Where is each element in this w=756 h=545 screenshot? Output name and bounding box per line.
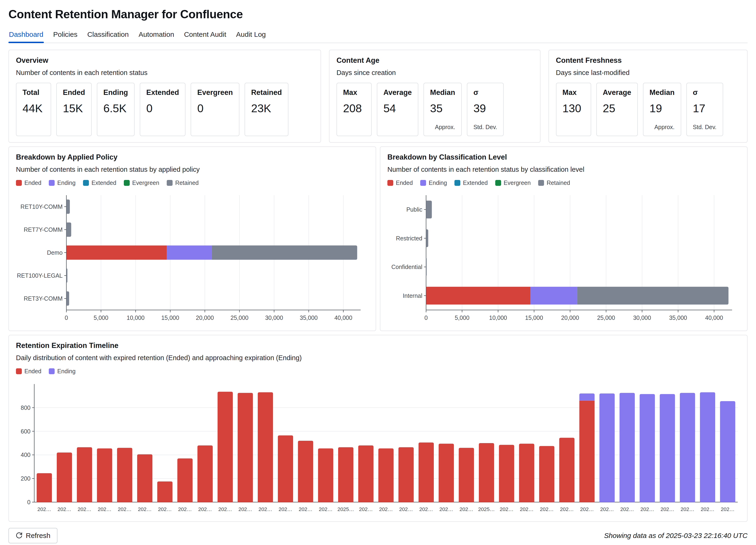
- stat-value: 39: [473, 102, 497, 115]
- svg-text:202…: 202…: [78, 506, 91, 512]
- overview-stats: Total 44K Ended 15K Ending 6.5K Extended…: [16, 83, 314, 136]
- svg-text:400: 400: [21, 451, 30, 458]
- stat-value: 54: [383, 102, 412, 115]
- svg-text:15,000: 15,000: [525, 314, 543, 321]
- svg-text:202…: 202…: [379, 506, 393, 512]
- legend-item-retained[interactable]: Retained: [167, 180, 199, 186]
- svg-text:200: 200: [21, 475, 30, 482]
- legend-item-ended[interactable]: Ended: [16, 180, 41, 186]
- svg-text:30,000: 30,000: [265, 314, 283, 321]
- tab-classification[interactable]: Classification: [87, 28, 129, 43]
- svg-text:35,000: 35,000: [669, 314, 687, 321]
- legend-item-ending[interactable]: Ending: [49, 368, 76, 375]
- stat-fresh-median: Median 19 Approx.: [643, 83, 681, 136]
- svg-text:0: 0: [65, 314, 68, 321]
- svg-text:202…: 202…: [701, 506, 714, 512]
- svg-text:30,000: 30,000: [633, 314, 651, 321]
- svg-text:2025…: 2025…: [478, 506, 495, 512]
- legend-label: Extended: [463, 180, 488, 186]
- legend-label: Evergreen: [504, 180, 531, 186]
- svg-text:RET3Y-COMM: RET3Y-COMM: [24, 295, 63, 302]
- svg-text:Restricted: Restricted: [396, 235, 422, 242]
- svg-text:202…: 202…: [158, 506, 172, 512]
- svg-text:202…: 202…: [419, 506, 433, 512]
- svg-text:202…: 202…: [560, 506, 574, 512]
- svg-text:202…: 202…: [680, 506, 694, 512]
- svg-text:Public: Public: [406, 206, 422, 213]
- svg-text:5,000: 5,000: [94, 314, 108, 321]
- stat-label: Average: [603, 88, 631, 97]
- stat-note: Std. Dev.: [693, 124, 717, 131]
- svg-text:202…: 202…: [279, 506, 292, 512]
- legend-item-ending[interactable]: Ending: [420, 180, 447, 186]
- svg-text:202…: 202…: [600, 506, 614, 512]
- tab-policies[interactable]: Policies: [53, 28, 78, 43]
- stat-value: 0: [197, 102, 233, 115]
- timeline-chart: 0200400600800202…202…202…202…202…202…202…: [16, 381, 740, 515]
- legend-label: Ending: [429, 180, 447, 186]
- stat-value: 23K: [251, 102, 282, 115]
- legend-item-evergreen[interactable]: Evergreen: [124, 180, 159, 186]
- svg-text:202…: 202…: [258, 506, 272, 512]
- svg-text:202…: 202…: [459, 506, 473, 512]
- svg-text:202…: 202…: [500, 506, 514, 512]
- legend-item-evergreen[interactable]: Evergreen: [495, 180, 531, 186]
- legend-item-extended[interactable]: Extended: [83, 180, 116, 186]
- svg-text:202…: 202…: [98, 506, 112, 512]
- tab-audit-log[interactable]: Audit Log: [236, 28, 266, 43]
- stat-label: Evergreen: [197, 88, 233, 97]
- timeline-card: Retention Expiration Timeline Daily dist…: [8, 335, 748, 522]
- svg-text:202…: 202…: [359, 506, 373, 512]
- legend-item-ended[interactable]: Ended: [16, 368, 41, 375]
- stat-total: Total 44K: [16, 83, 51, 136]
- svg-text:202…: 202…: [198, 506, 212, 512]
- legend-label: Evergreen: [132, 180, 159, 186]
- stat-value: 0: [146, 102, 179, 115]
- stat-value: 6.5K: [103, 102, 128, 115]
- refresh-button[interactable]: Refresh: [8, 528, 57, 543]
- legend-item-ended[interactable]: Ended: [387, 180, 413, 186]
- stat-value: 15K: [63, 102, 85, 115]
- card-subtitle: Days since creation: [336, 69, 533, 77]
- svg-text:Confidential: Confidential: [391, 264, 422, 270]
- svg-text:10,000: 10,000: [127, 314, 144, 321]
- content-freshness-card: Content Freshness Days since last-modifi…: [548, 50, 748, 143]
- stat-value: 17: [693, 102, 717, 115]
- stat-label: Max: [563, 88, 585, 97]
- stat-fresh-average: Average 25: [596, 83, 638, 136]
- svg-text:202…: 202…: [299, 506, 313, 512]
- refresh-label: Refresh: [26, 532, 50, 540]
- legend-label: Ending: [57, 180, 76, 186]
- svg-text:20,000: 20,000: [561, 314, 579, 321]
- stat-value: 35: [430, 102, 455, 115]
- legend-item-extended[interactable]: Extended: [454, 180, 488, 186]
- stat-fresh-sigma: σ 17 Std. Dev.: [686, 83, 723, 136]
- svg-text:202…: 202…: [57, 506, 71, 512]
- svg-text:202…: 202…: [399, 506, 413, 512]
- svg-text:202…: 202…: [37, 506, 51, 512]
- legend-item-ending[interactable]: Ending: [49, 180, 76, 186]
- stat-evergreen: Evergreen 0: [191, 83, 239, 136]
- stat-label: Total: [23, 88, 45, 97]
- legend-item-retained[interactable]: Retained: [538, 180, 570, 186]
- stat-label: Average: [383, 88, 412, 97]
- tab-dashboard[interactable]: Dashboard: [8, 28, 44, 43]
- svg-text:202…: 202…: [118, 506, 132, 512]
- stat-label: Ending: [103, 88, 128, 97]
- tab-automation[interactable]: Automation: [138, 28, 175, 43]
- svg-text:202…: 202…: [439, 506, 453, 512]
- legend-swatch-ended: [387, 180, 393, 186]
- stat-note: Std. Dev.: [473, 124, 497, 131]
- svg-text:25,000: 25,000: [231, 314, 248, 321]
- svg-text:800: 800: [21, 404, 30, 411]
- content-age-stats: Max 208 Average 54 Median 35 Approx. σ 3…: [336, 83, 533, 136]
- page-title: Content Retention Manager for Confluence: [8, 8, 748, 21]
- policy-breakdown-card: Breakdown by Applied Policy Number of co…: [8, 147, 376, 331]
- legend-label: Ended: [24, 180, 41, 186]
- stat-retained: Retained 23K: [245, 83, 288, 136]
- tab-content-audit[interactable]: Content Audit: [184, 28, 227, 43]
- classification-breakdown-chart: 05,00010,00015,00020,00025,00030,00035,0…: [387, 192, 740, 324]
- card-title: Content Freshness: [556, 56, 740, 65]
- svg-text:Demo: Demo: [47, 249, 63, 256]
- stat-note: Approx.: [435, 124, 455, 131]
